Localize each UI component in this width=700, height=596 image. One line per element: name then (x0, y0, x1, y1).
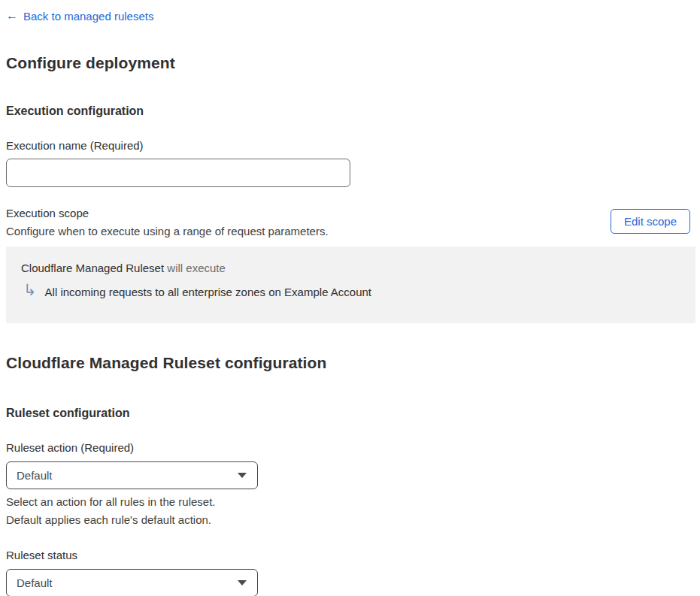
scope-summary-detail: ↳ All incoming requests to all enterpris… (23, 284, 677, 300)
execution-scope-row: Execution scope Configure when to execut… (6, 207, 690, 237)
scope-summary-headline: Cloudflare Managed Ruleset will execute (21, 262, 677, 274)
ruleset-configuration-subheading: Ruleset configuration (6, 407, 690, 420)
configure-deployment-page: ← Back to managed rulesets Configure dep… (0, 0, 695, 596)
will-execute-text: will execute (164, 262, 226, 274)
back-link-label: Back to managed rulesets (23, 10, 153, 23)
scope-detail-text: All incoming requests to all enterprise … (45, 286, 371, 298)
ruleset-configuration-page-heading: Cloudflare Managed Ruleset configuration (6, 354, 690, 372)
ruleset-action-select[interactable]: Default (6, 461, 258, 489)
chevron-down-icon (238, 473, 247, 478)
execution-scope-text-block: Execution scope Configure when to execut… (6, 207, 329, 237)
back-to-managed-rulesets-link[interactable]: ← Back to managed rulesets (6, 10, 153, 23)
execution-configuration-heading: Execution configuration (6, 104, 690, 118)
ruleset-name-text: Cloudflare Managed Ruleset (21, 262, 164, 274)
page-title: Configure deployment (6, 54, 690, 72)
execution-name-label: Execution name (Required) (6, 139, 690, 152)
scope-summary-panel: Cloudflare Managed Ruleset will execute … (6, 247, 695, 323)
ruleset-status-selected-value: Default (17, 576, 53, 589)
execution-name-input[interactable] (6, 159, 350, 187)
execution-scope-label: Execution scope (6, 207, 329, 219)
ruleset-action-help-line-2: Default applies each rule's default acti… (6, 512, 690, 529)
ruleset-action-selected-value: Default (17, 469, 53, 482)
ruleset-status-select[interactable]: Default (6, 569, 258, 596)
edit-scope-button[interactable]: Edit scope (611, 209, 690, 234)
ruleset-action-help-line-1: Select an action for all rules in the ru… (6, 494, 690, 511)
ruleset-action-label: Ruleset action (Required) (6, 441, 690, 454)
execution-scope-description: Configure when to execute using a range … (6, 225, 329, 237)
back-arrow-icon: ← (6, 10, 18, 22)
ruleset-status-label: Ruleset status (6, 549, 690, 561)
turn-right-arrow-icon: ↳ (23, 282, 37, 298)
chevron-down-icon (238, 580, 247, 585)
